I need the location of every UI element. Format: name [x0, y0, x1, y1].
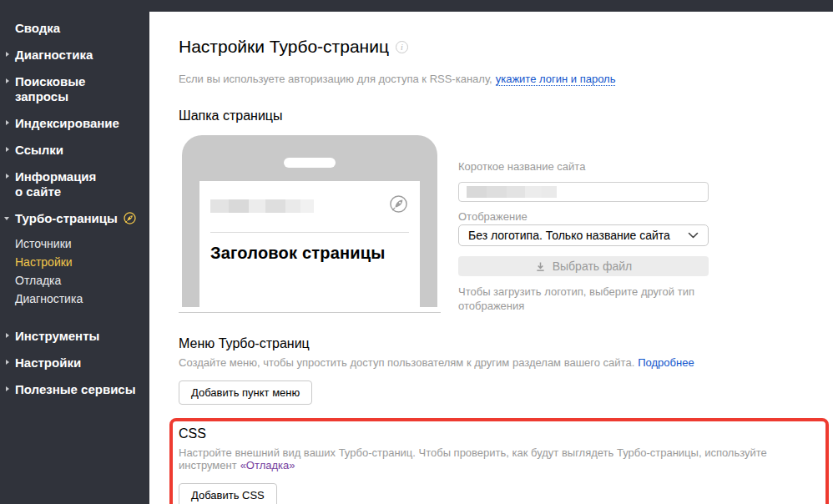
sidebar-subitem-diagnostics[interactable]: Диагностика [15, 293, 143, 305]
intro-text: Если вы используете авторизацию для дост… [179, 73, 492, 85]
chevron-right-icon [6, 78, 9, 83]
sidebar-subitem-settings[interactable]: Настройки [15, 256, 143, 268]
sidebar-item-label: Сводка [15, 21, 60, 35]
menu-description: Создайте меню, чтобы упростить доступ по… [179, 356, 634, 369]
sidebar-item-label: Поисковые запросы [15, 74, 85, 103]
add-menu-item-button[interactable]: Добавить пункт меню [179, 381, 312, 405]
css-description-line: Настройте внешний вид ваших Турбо-страни… [179, 446, 817, 471]
css-section-highlight: CSS Настройте внешний вид ваших Турбо-ст… [169, 418, 829, 504]
sidebar-item-label: Настройки [15, 355, 81, 370]
display-type-value: Без логотипа. Только название сайта [468, 229, 670, 242]
phone-speaker [284, 158, 336, 168]
chevron-right-icon [6, 360, 9, 365]
menu-more-link[interactable]: Подробнее [638, 356, 694, 369]
sidebar-item-label: Диагностика [15, 48, 93, 62]
set-login-password-link[interactable]: укажите логин и пароль [496, 73, 616, 86]
sidebar-item-label: Индексирование [15, 116, 119, 130]
upload-hint: Чтобы загрузить логотип, выберите другой… [458, 285, 709, 313]
chevron-down-icon [688, 232, 699, 239]
sidebar-subitem-debug[interactable]: Отладка [15, 275, 143, 286]
sidebar-item-label: Турбо-страницы [15, 211, 118, 225]
chevron-down-icon [4, 217, 9, 220]
download-icon [535, 261, 546, 272]
header-settings-form: Короткое название сайта Отображение Без … [458, 160, 709, 313]
menu-description-line: Создайте меню, чтобы упростить доступ по… [179, 356, 833, 369]
chevron-right-icon [6, 386, 9, 391]
chevron-right-icon [6, 120, 9, 125]
choose-file-button[interactable]: Выбрать файл [458, 256, 709, 276]
sidebar-item-summary[interactable]: Сводка [0, 21, 143, 36]
sidebar-item-settings[interactable]: Настройки [0, 355, 143, 370]
chevron-right-icon [6, 174, 9, 179]
section-title-menu: Меню Турбо-страниц [179, 336, 833, 351]
display-type-select[interactable]: Без логотипа. Только название сайта [458, 224, 709, 246]
sidebar-subitem-sources[interactable]: Источники [15, 238, 143, 249]
main-content: Настройки Турбо-страниц i Если вы исполь… [149, 12, 833, 504]
sidebar-item-useful-services[interactable]: Полезные сервисы [0, 382, 143, 397]
redacted-site-name [210, 199, 314, 213]
chevron-right-icon [6, 147, 9, 152]
sidebar-item-label: Ссылки [15, 143, 63, 157]
preview-header-row [210, 194, 409, 218]
page-header: Настройки Турбо-страниц i [179, 37, 833, 57]
turbo-rocket-icon [388, 194, 409, 218]
info-icon[interactable]: i [396, 41, 408, 53]
sidebar-item-tools[interactable]: Инструменты [0, 329, 143, 344]
display-type-label: Отображение [458, 210, 709, 223]
sidebar-item-search-queries[interactable]: Поисковые запросы [0, 74, 143, 104]
redacted-input-value [467, 186, 557, 198]
divider [210, 232, 409, 233]
page-title: Настройки Турбо-страниц [179, 37, 389, 57]
sidebar-item-turbo-pages[interactable]: Турбо-страницы [0, 211, 143, 226]
sidebar-item-site-info[interactable]: Информация о сайте [0, 169, 143, 199]
phone-preview: Заголовок страницы [179, 135, 441, 313]
header-settings-row: Заголовок страницы Короткое название сай… [179, 135, 833, 313]
intro-line: Если вы используете авторизацию для дост… [179, 73, 833, 85]
turbo-pages-submenu: Источники Настройки Отладка Диагностика [15, 238, 143, 305]
choose-file-label: Выбрать файл [553, 260, 633, 273]
phone-screen: Заголовок страницы [199, 181, 420, 307]
sidebar-item-label: Информация о сайте [15, 169, 96, 199]
sidebar-item-links[interactable]: Ссылки [0, 143, 143, 158]
debug-tool-link[interactable]: «Отладка» [240, 459, 295, 471]
preview-page-heading: Заголовок страницы [210, 244, 409, 263]
chevron-right-icon [6, 333, 9, 338]
phone-frame: Заголовок страницы [182, 135, 437, 307]
sidebar-item-label: Инструменты [15, 329, 99, 343]
sidebar-item-diagnostics[interactable]: Диагностика [0, 48, 143, 63]
sidebar-item-label: Полезные сервисы [15, 382, 136, 396]
site-name-label: Короткое название сайта [458, 160, 709, 173]
turbo-rocket-icon [123, 211, 137, 225]
section-title-css: CSS [179, 426, 817, 441]
sidebar: Сводка Диагностика Поисковые запросы Инд… [0, 0, 149, 504]
site-name-input[interactable] [458, 182, 709, 202]
section-title-page-header: Шапка страницы [179, 108, 833, 123]
sidebar-item-indexing[interactable]: Индексирование [0, 116, 143, 131]
chevron-right-icon [6, 52, 9, 57]
add-css-button[interactable]: Добавить CSS [179, 483, 277, 504]
